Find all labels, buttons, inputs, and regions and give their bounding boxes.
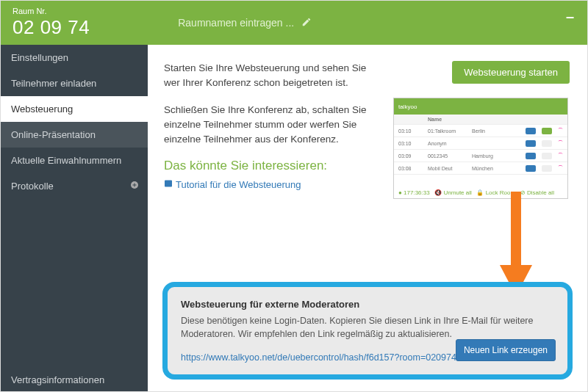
external-moderator-box: Websteuerung für externe Moderatoren Die… bbox=[162, 282, 573, 380]
room-number-label: Raum Nr. bbox=[12, 7, 90, 15]
ext-mod-text: Diese benötigen keine Login-Daten. Kopie… bbox=[181, 314, 548, 342]
sidebar-item-invite[interactable]: Teilnehmer einladen bbox=[1, 70, 148, 96]
room-name-edit[interactable]: Raumnamen eintragen ... bbox=[178, 17, 312, 29]
start-webcontrol-button[interactable]: Websteuerung starten bbox=[452, 61, 570, 84]
screenshot-preview: talkyoo Name 03:1001:TalkroomBerlin⌒ 03:… bbox=[393, 98, 568, 199]
sidebar-item-logs[interactable]: Protokolle bbox=[1, 173, 148, 199]
sidebar-item-settings[interactable]: Einstellungen bbox=[1, 45, 148, 70]
intro-p2: Schließen Sie Ihre Konferenz ab, schalte… bbox=[164, 103, 384, 148]
content-area: Websteuerung starten Starten Sie Ihre We… bbox=[148, 45, 587, 392]
sidebar-item-dialin[interactable]: Aktuelle Einwahlnummern bbox=[1, 148, 148, 173]
new-link-button[interactable]: Neuen Link erzeugen bbox=[456, 339, 556, 361]
ext-mod-title: Websteuerung für externe Moderatoren bbox=[181, 299, 554, 310]
room-block: Raum Nr. 02 09 74 bbox=[12, 7, 90, 38]
plus-icon bbox=[130, 181, 139, 192]
sidebar-item-presentation[interactable]: Online-Präsentation bbox=[1, 122, 148, 148]
room-number-value: 02 09 74 bbox=[12, 16, 90, 39]
svg-rect-1 bbox=[511, 192, 521, 265]
intro-p1: Starten Sie Ihre Websteuerung und sehen … bbox=[164, 61, 384, 91]
sidebar: Einstellungen Teilnehmer einladen Webste… bbox=[1, 45, 148, 392]
room-name-placeholder: Raumnamen eintragen ... bbox=[178, 17, 294, 29]
tutorial-link-label: Tutorial für die Websteuerung bbox=[176, 179, 301, 190]
header-bar: Raum Nr. 02 09 74 Raumnamen eintragen ..… bbox=[1, 1, 587, 45]
minimize-icon[interactable]: – bbox=[566, 8, 574, 25]
ext-mod-link[interactable]: https://www.talkyoo.net/de/uebercontrol/… bbox=[181, 352, 456, 363]
book-icon bbox=[164, 179, 173, 190]
edit-icon bbox=[301, 17, 312, 29]
intro-text: Starten Sie Ihre Websteuerung und sehen … bbox=[164, 61, 384, 147]
sidebar-item-webcontrol[interactable]: Websteuerung bbox=[1, 96, 148, 122]
sidebar-item-contract[interactable]: Vertragsinformationen bbox=[1, 367, 148, 392]
